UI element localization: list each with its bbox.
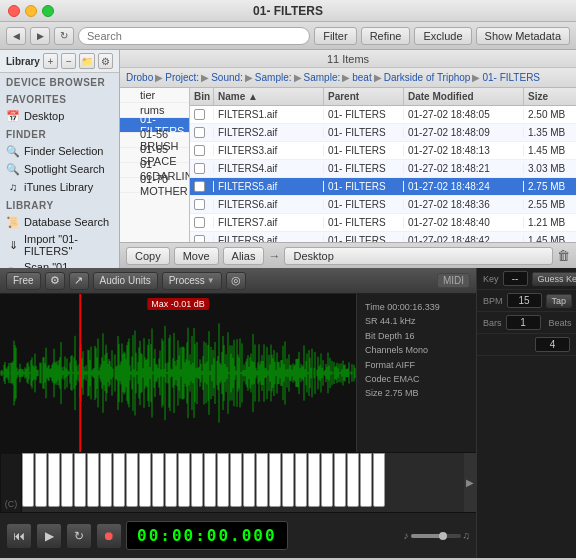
exclude-button[interactable]: Exclude bbox=[414, 27, 471, 45]
piano-scroll[interactable]: ▶ bbox=[464, 453, 476, 513]
guess-key-button[interactable]: Guess Key bbox=[532, 272, 576, 286]
bc-sample2[interactable]: Sample: bbox=[304, 72, 341, 83]
th-name[interactable]: Name ▲ bbox=[214, 88, 324, 105]
folder-item[interactable]: 01-70 MOTHER bbox=[120, 178, 189, 193]
piano-white-key[interactable] bbox=[308, 453, 320, 507]
th-size[interactable]: Size bbox=[524, 88, 576, 105]
share-button[interactable]: ↗ bbox=[69, 272, 89, 290]
copy-button[interactable]: Copy bbox=[126, 247, 170, 265]
piano-white-key[interactable] bbox=[126, 453, 138, 507]
table-row[interactable]: FILTERS2.aif 01- FILTERS 01-27-02 18:48:… bbox=[190, 124, 576, 142]
row-checkbox[interactable] bbox=[194, 109, 205, 120]
beats-input[interactable] bbox=[535, 337, 570, 352]
table-row[interactable]: FILTERS7.aif 01- FILTERS 01-27-02 18:48:… bbox=[190, 214, 576, 232]
destination-button[interactable]: Desktop bbox=[284, 247, 553, 265]
window-controls[interactable] bbox=[8, 5, 54, 17]
piano-white-key[interactable] bbox=[191, 453, 203, 507]
row-checkbox[interactable] bbox=[194, 217, 205, 228]
piano-white-key[interactable] bbox=[373, 453, 385, 507]
bc-filters[interactable]: 01- FILTERS bbox=[482, 72, 540, 83]
sidebar-item-import[interactable]: ⇓ Import "01- FILTERS" bbox=[0, 231, 119, 259]
lib-add-button[interactable]: + bbox=[43, 53, 58, 69]
piano-white-key[interactable] bbox=[48, 453, 60, 507]
bc-sample1[interactable]: Sample: bbox=[255, 72, 292, 83]
piano-white-key[interactable] bbox=[22, 453, 34, 507]
row-checkbox[interactable] bbox=[194, 163, 205, 174]
settings-button[interactable]: ⚙ bbox=[45, 272, 65, 290]
piano-white-key[interactable] bbox=[61, 453, 73, 507]
playhead[interactable] bbox=[80, 294, 81, 452]
table-row[interactable]: FILTERS5.aif 01- FILTERS 01-27-02 18:48:… bbox=[190, 178, 576, 196]
table-row[interactable]: FILTERS1.aif 01- FILTERS 01-27-02 18:48:… bbox=[190, 106, 576, 124]
close-button[interactable] bbox=[8, 5, 20, 17]
refresh-button[interactable]: ↻ bbox=[54, 27, 74, 45]
folder-item[interactable]: tier bbox=[120, 88, 189, 103]
piano-white-key[interactable] bbox=[282, 453, 294, 507]
move-button[interactable]: Move bbox=[174, 247, 219, 265]
piano-keys[interactable] bbox=[22, 453, 464, 513]
piano-white-key[interactable] bbox=[256, 453, 268, 507]
piano-white-key[interactable] bbox=[139, 453, 151, 507]
table-row[interactable]: FILTERS8.aif 01- FILTERS 01-27-02 18:48:… bbox=[190, 232, 576, 242]
row-checkbox[interactable] bbox=[194, 127, 205, 138]
piano-white-key[interactable] bbox=[178, 453, 190, 507]
piano-white-key[interactable] bbox=[347, 453, 359, 507]
sidebar-item-database-search[interactable]: 📜 Database Search bbox=[0, 213, 119, 231]
piano-white-key[interactable] bbox=[230, 453, 242, 507]
sidebar-item-spotlight[interactable]: 🔍 Spotlight Search bbox=[0, 160, 119, 178]
sidebar-item-scan[interactable]: 🔍 Scan "01- FILTERS" bbox=[0, 259, 119, 268]
waveform[interactable] bbox=[0, 294, 356, 452]
maximize-button[interactable] bbox=[42, 5, 54, 17]
table-row[interactable]: FILTERS6.aif 01- FILTERS 01-27-02 18:48:… bbox=[190, 196, 576, 214]
th-parent[interactable]: Parent bbox=[324, 88, 404, 105]
piano-white-key[interactable] bbox=[295, 453, 307, 507]
filter-button[interactable]: Filter bbox=[314, 27, 356, 45]
volume-slider[interactable] bbox=[411, 534, 461, 538]
row-checkbox[interactable] bbox=[194, 199, 205, 210]
row-checkbox[interactable] bbox=[194, 145, 205, 156]
lib-minus-button[interactable]: − bbox=[61, 53, 76, 69]
loop-button[interactable]: ↻ bbox=[66, 523, 92, 549]
show-metadata-button[interactable]: Show Metadata bbox=[476, 27, 570, 45]
piano-white-key[interactable] bbox=[269, 453, 281, 507]
process-button[interactable]: Process ▼ bbox=[162, 272, 222, 290]
audio-units-button[interactable]: Audio Units bbox=[93, 272, 158, 290]
sidebar-item-desktop[interactable]: 📅 Desktop bbox=[0, 107, 119, 125]
row-checkbox[interactable] bbox=[194, 181, 205, 192]
key-input[interactable] bbox=[503, 271, 528, 286]
bc-project[interactable]: Project: bbox=[165, 72, 199, 83]
row-checkbox[interactable] bbox=[194, 235, 205, 242]
table-row[interactable]: FILTERS3.aif 01- FILTERS 01-27-02 18:48:… bbox=[190, 142, 576, 160]
forward-button[interactable]: ▶ bbox=[30, 27, 50, 45]
piano-white-key[interactable] bbox=[100, 453, 112, 507]
minimize-button[interactable] bbox=[25, 5, 37, 17]
th-bin[interactable]: Bin bbox=[190, 88, 214, 105]
table-row[interactable]: FILTERS4.aif 01- FILTERS 01-27-02 18:48:… bbox=[190, 160, 576, 178]
refine-button[interactable]: Refine bbox=[361, 27, 411, 45]
waveform-container[interactable]: Max -0.01 dB Time 00:00:16.339 SR 44.1 k… bbox=[0, 294, 476, 452]
piano-white-key[interactable] bbox=[334, 453, 346, 507]
piano-white-key[interactable] bbox=[243, 453, 255, 507]
bc-sound[interactable]: Sound: bbox=[211, 72, 243, 83]
piano-white-key[interactable] bbox=[152, 453, 164, 507]
piano-white-key[interactable] bbox=[113, 453, 125, 507]
record-button[interactable]: ⏺ bbox=[96, 523, 122, 549]
piano-white-key[interactable] bbox=[165, 453, 177, 507]
sidebar-item-finder-selection[interactable]: 🔍 Finder Selection bbox=[0, 142, 119, 160]
free-button[interactable]: Free bbox=[6, 272, 41, 290]
lib-folder-button[interactable]: 📁 bbox=[79, 53, 94, 69]
search-input[interactable] bbox=[78, 27, 310, 45]
lib-gear-button[interactable]: ⚙ bbox=[98, 53, 113, 69]
piano-white-key[interactable] bbox=[360, 453, 372, 507]
volume-thumb[interactable] bbox=[439, 532, 447, 540]
tap-button[interactable]: Tap bbox=[546, 294, 573, 308]
piano-white-key[interactable] bbox=[74, 453, 86, 507]
piano-white-key[interactable] bbox=[217, 453, 229, 507]
rewind-button[interactable]: ⏮ bbox=[6, 523, 32, 549]
bc-beat[interactable]: beat bbox=[352, 72, 371, 83]
alias-button[interactable]: Alias bbox=[223, 247, 265, 265]
bars-input[interactable] bbox=[506, 315, 541, 330]
trash-button[interactable]: 🗑 bbox=[557, 248, 570, 263]
midi-badge[interactable]: MIDI bbox=[437, 273, 470, 288]
play-button[interactable]: ▶ bbox=[36, 523, 62, 549]
